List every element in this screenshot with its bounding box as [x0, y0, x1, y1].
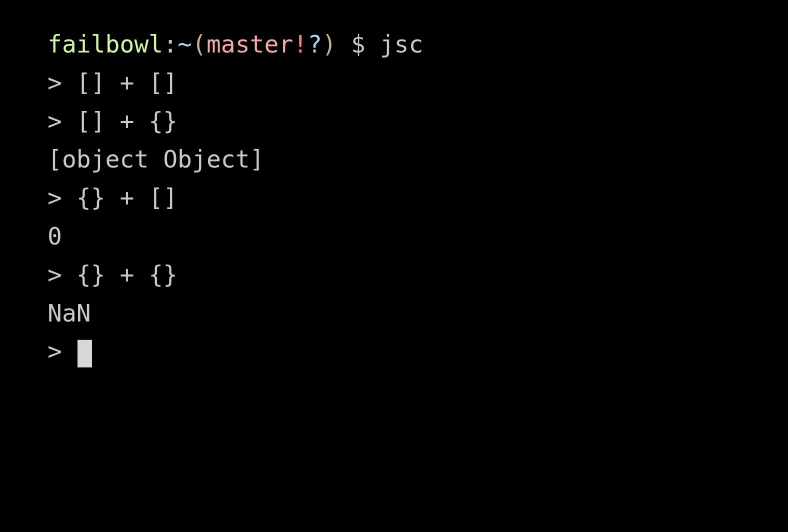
repl-input-line: > [] + [] — [48, 64, 740, 102]
repl-output: 0 — [48, 217, 740, 256]
repl-prompt: > — [48, 260, 62, 288]
repl-input-line: > {} + {} — [48, 256, 740, 294]
repl-input-line: > [] + {} — [48, 102, 740, 140]
prompt-cwd: ~ — [178, 30, 192, 58]
prompt-git-untracked-icon: ? — [308, 30, 322, 58]
shell-command: jsc — [380, 30, 424, 58]
repl-input: {} + {} — [76, 260, 178, 288]
prompt-git-branch: master — [206, 30, 293, 58]
repl-output: NaN — [48, 294, 740, 332]
prompt-colon: : — [163, 30, 178, 58]
shell-prompt-line: failbowl:~(master!?) $ jsc — [48, 25, 740, 64]
prompt-git-dirty-icon: ! — [293, 30, 308, 58]
repl-output: [object Object] — [48, 140, 740, 178]
repl-prompt: > — [48, 107, 62, 135]
prompt-paren-close: ) — [322, 30, 336, 58]
prompt-hostname: failbowl — [48, 30, 163, 58]
repl-input: [] + [] — [76, 68, 178, 96]
prompt-paren-open: ( — [192, 30, 206, 58]
cursor-icon — [78, 340, 92, 368]
repl-input: [] + {} — [76, 107, 178, 135]
repl-current-line[interactable]: > — [48, 332, 740, 370]
prompt-dollar: $ — [336, 30, 380, 58]
repl-input: {} + [] — [76, 184, 178, 212]
repl-prompt: > — [48, 68, 62, 96]
repl-prompt: > — [48, 184, 62, 212]
repl-prompt: > — [48, 337, 62, 365]
repl-input-line: > {} + [] — [48, 178, 740, 217]
